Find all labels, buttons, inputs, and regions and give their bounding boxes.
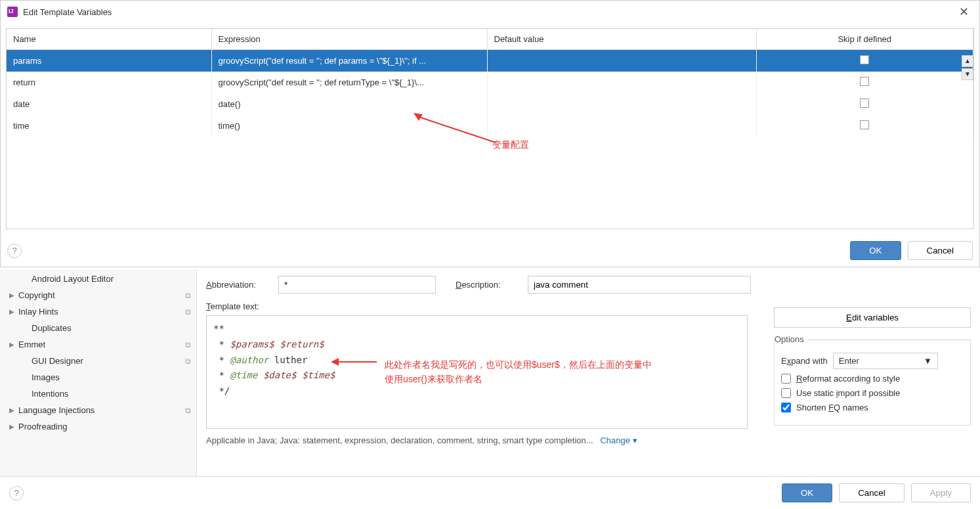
col-expression[interactable]: Expression bbox=[211, 29, 487, 50]
sidebar-item-label: Emmet bbox=[18, 340, 45, 349]
checkbox-icon[interactable] bbox=[860, 55, 869, 64]
app-icon bbox=[7, 7, 18, 17]
copy-icon: ⧉ bbox=[185, 291, 191, 300]
sidebar-item-label: GUI Designer bbox=[32, 356, 83, 366]
chevron-right-icon: ▶ bbox=[9, 341, 14, 348]
shorten-fq-checkbox[interactable] bbox=[781, 403, 791, 412]
options-legend: Options bbox=[775, 334, 808, 344]
sidebar-item-gui-designer[interactable]: GUI Designer⧉ bbox=[0, 353, 196, 369]
sidebar-item-android-layout[interactable]: Android Layout Editor bbox=[0, 271, 196, 287]
scroll-down-button[interactable]: ▼ bbox=[962, 68, 973, 80]
cell-skip[interactable] bbox=[756, 72, 973, 93]
close-icon[interactable]: ✕ bbox=[955, 5, 973, 19]
sidebar-item-intentions[interactable]: Intentions bbox=[0, 386, 196, 402]
apply-button[interactable]: Apply bbox=[911, 483, 971, 502]
static-import-checkbox[interactable] bbox=[781, 388, 791, 398]
checkbox-icon[interactable] bbox=[860, 120, 869, 129]
dialog-title-text: Edit Template Variables bbox=[23, 7, 112, 17]
copy-icon: ⧉ bbox=[185, 357, 191, 366]
cell-skip[interactable] bbox=[756, 50, 973, 72]
cell-name[interactable]: return bbox=[7, 72, 211, 93]
table-row[interactable]: date date() bbox=[7, 93, 973, 115]
cell-default[interactable] bbox=[487, 115, 756, 137]
sidebar-item-images[interactable]: Images bbox=[0, 369, 196, 386]
sidebar-item-label: Language Injections bbox=[18, 405, 95, 415]
chevron-down-icon: ▼ bbox=[924, 356, 932, 366]
chevron-right-icon: ▶ bbox=[9, 407, 14, 414]
reformat-checkbox[interactable] bbox=[781, 374, 791, 384]
chevron-right-icon: ▶ bbox=[9, 423, 14, 430]
sidebar-item-label: Intentions bbox=[32, 389, 68, 399]
settings-sidebar: Android Layout Editor ▶Copyright⧉ ▶Inlay… bbox=[0, 269, 197, 509]
annotation-text: 变量配置 bbox=[492, 139, 529, 151]
change-link[interactable]: Change ▾ bbox=[600, 435, 637, 445]
options-group: Options Expand with Enter▼ Reformat acco… bbox=[774, 340, 971, 426]
svg-marker-3 bbox=[331, 358, 339, 366]
help-button[interactable]: ? bbox=[7, 244, 22, 258]
cell-skip[interactable] bbox=[756, 115, 973, 137]
edit-variables-button[interactable]: Edit variables bbox=[774, 307, 971, 328]
sidebar-item-label: Android Layout Editor bbox=[32, 274, 114, 284]
annotation-arrow-icon bbox=[414, 113, 499, 146]
cell-expression[interactable]: date() bbox=[211, 93, 487, 115]
col-name[interactable]: Name bbox=[7, 29, 211, 50]
cell-skip[interactable] bbox=[756, 93, 973, 115]
svg-line-0 bbox=[417, 116, 496, 143]
settings-panel: Android Layout Editor ▶Copyright⧉ ▶Inlay… bbox=[0, 269, 980, 509]
reformat-label: Reformat according to style bbox=[796, 374, 900, 384]
copy-icon: ⧉ bbox=[185, 406, 191, 415]
checkbox-icon[interactable] bbox=[860, 77, 869, 86]
cell-expression[interactable]: groovyScript("def result = ''; def param… bbox=[211, 50, 487, 72]
dialog-titlebar: Edit Template Variables ✕ bbox=[1, 1, 979, 23]
checkbox-icon[interactable] bbox=[860, 99, 869, 108]
svg-marker-1 bbox=[414, 113, 423, 121]
ok-button[interactable]: OK bbox=[850, 241, 901, 260]
sidebar-item-inlay-hints[interactable]: ▶Inlay Hints⧉ bbox=[0, 303, 196, 320]
cancel-button[interactable]: Cancel bbox=[839, 483, 905, 502]
sidebar-item-copyright[interactable]: ▶Copyright⧉ bbox=[0, 287, 196, 303]
cell-default[interactable] bbox=[487, 50, 756, 72]
cell-expression[interactable]: groovyScript("def result = ''; def retur… bbox=[211, 72, 487, 93]
sidebar-item-language-injections[interactable]: ▶Language Injections⧉ bbox=[0, 402, 196, 418]
col-skip[interactable]: Skip if defined bbox=[756, 29, 973, 50]
copy-icon: ⧉ bbox=[185, 307, 191, 317]
cell-default[interactable] bbox=[487, 93, 756, 115]
sidebar-item-label: Copyright bbox=[18, 290, 55, 300]
description-input[interactable] bbox=[528, 276, 751, 294]
sidebar-item-duplicates[interactable]: Duplicates bbox=[0, 320, 196, 336]
abbreviation-label: Abbreviation: bbox=[206, 280, 272, 290]
table-row[interactable]: params groovyScript("def result = ''; de… bbox=[7, 50, 973, 72]
sidebar-item-label: Images bbox=[32, 372, 60, 382]
table-header-row: Name Expression Default value Skip if de… bbox=[7, 29, 973, 50]
shorten-fq-label: Shorten FQ names bbox=[796, 403, 868, 412]
description-label: Description: bbox=[456, 280, 521, 290]
cancel-button[interactable]: Cancel bbox=[908, 241, 973, 260]
bottom-button-bar: ? OK Cancel Apply bbox=[0, 476, 980, 509]
ok-button[interactable]: OK bbox=[782, 483, 832, 502]
applicable-text: Applicable in Java; Java: statement, exp… bbox=[206, 435, 971, 445]
annotation-arrow-icon bbox=[331, 356, 377, 368]
table-row[interactable]: return groovyScript("def result = ''; de… bbox=[7, 72, 973, 93]
chevron-right-icon: ▶ bbox=[9, 292, 14, 299]
expand-with-label: Expand with bbox=[781, 356, 828, 366]
sidebar-item-label: Inlay Hints bbox=[18, 307, 58, 317]
cell-default[interactable] bbox=[487, 72, 756, 93]
help-button[interactable]: ? bbox=[9, 486, 24, 500]
sidebar-item-label: Duplicates bbox=[32, 323, 72, 333]
col-default[interactable]: Default value bbox=[487, 29, 756, 50]
static-import-label: Use static import if possible bbox=[796, 388, 900, 398]
cell-name[interactable]: params bbox=[7, 50, 211, 72]
sidebar-item-proofreading[interactable]: ▶Proofreading bbox=[0, 418, 196, 435]
sidebar-item-emmet[interactable]: ▶Emmet⧉ bbox=[0, 336, 196, 353]
sidebar-item-label: Proofreading bbox=[18, 422, 67, 432]
main-panel: Abbreviation: Description: Template text… bbox=[197, 269, 980, 509]
cell-name[interactable]: time bbox=[7, 115, 211, 137]
annotation-text: 此处作者名我是写死的，也可以使用$user$，然后在上面的变量中 使用user(… bbox=[385, 357, 652, 387]
copy-icon: ⧉ bbox=[185, 340, 191, 349]
cell-name[interactable]: date bbox=[7, 93, 211, 115]
abbreviation-input[interactable] bbox=[278, 276, 436, 294]
scroll-up-button[interactable]: ▲ bbox=[962, 55, 973, 67]
expand-with-select[interactable]: Enter▼ bbox=[833, 353, 938, 369]
chevron-right-icon: ▶ bbox=[9, 308, 14, 315]
